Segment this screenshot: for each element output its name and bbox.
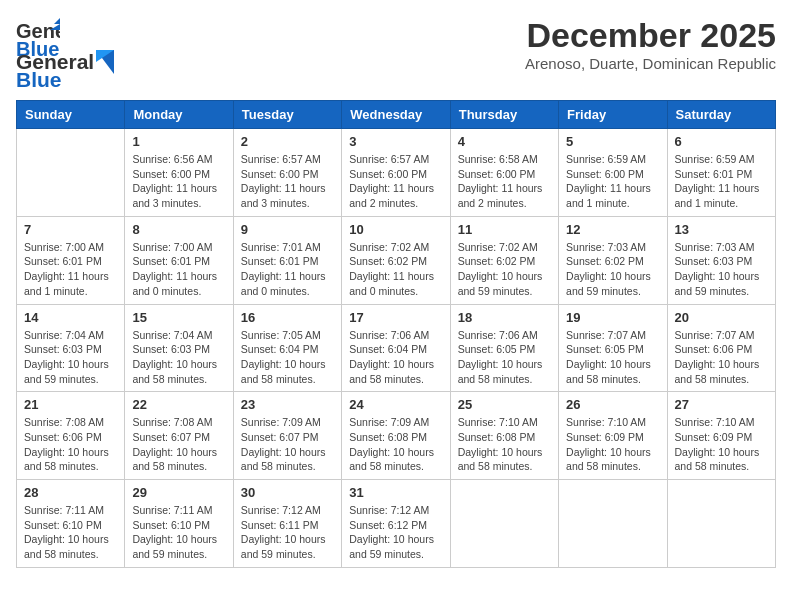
day-number: 22 bbox=[132, 397, 225, 412]
col-friday: Friday bbox=[559, 101, 667, 129]
day-number: 9 bbox=[241, 222, 334, 237]
col-thursday: Thursday bbox=[450, 101, 558, 129]
day-info: Sunrise: 7:10 AM Sunset: 6:09 PM Dayligh… bbox=[675, 415, 768, 474]
logo-blue: Blue bbox=[16, 68, 62, 92]
day-info: Sunrise: 6:57 AM Sunset: 6:00 PM Dayligh… bbox=[241, 152, 334, 211]
day-info: Sunrise: 7:11 AM Sunset: 6:10 PM Dayligh… bbox=[132, 503, 225, 562]
table-row: 23Sunrise: 7:09 AM Sunset: 6:07 PM Dayli… bbox=[233, 392, 341, 480]
table-row: 26Sunrise: 7:10 AM Sunset: 6:09 PM Dayli… bbox=[559, 392, 667, 480]
table-row: 1Sunrise: 6:56 AM Sunset: 6:00 PM Daylig… bbox=[125, 129, 233, 217]
calendar-table: Sunday Monday Tuesday Wednesday Thursday… bbox=[16, 100, 776, 568]
day-info: Sunrise: 7:07 AM Sunset: 6:06 PM Dayligh… bbox=[675, 328, 768, 387]
day-info: Sunrise: 7:09 AM Sunset: 6:08 PM Dayligh… bbox=[349, 415, 442, 474]
table-row: 6Sunrise: 6:59 AM Sunset: 6:01 PM Daylig… bbox=[667, 129, 775, 217]
day-info: Sunrise: 7:03 AM Sunset: 6:03 PM Dayligh… bbox=[675, 240, 768, 299]
col-wednesday: Wednesday bbox=[342, 101, 450, 129]
table-row: 14Sunrise: 7:04 AM Sunset: 6:03 PM Dayli… bbox=[17, 304, 125, 392]
day-number: 26 bbox=[566, 397, 659, 412]
table-row: 12Sunrise: 7:03 AM Sunset: 6:02 PM Dayli… bbox=[559, 216, 667, 304]
day-number: 13 bbox=[675, 222, 768, 237]
day-info: Sunrise: 7:12 AM Sunset: 6:11 PM Dayligh… bbox=[241, 503, 334, 562]
table-row bbox=[450, 480, 558, 568]
table-row bbox=[559, 480, 667, 568]
month-title: December 2025 bbox=[525, 16, 776, 55]
table-row: 3Sunrise: 6:57 AM Sunset: 6:00 PM Daylig… bbox=[342, 129, 450, 217]
table-row: 28Sunrise: 7:11 AM Sunset: 6:10 PM Dayli… bbox=[17, 480, 125, 568]
table-row: 22Sunrise: 7:08 AM Sunset: 6:07 PM Dayli… bbox=[125, 392, 233, 480]
table-row: 8Sunrise: 7:00 AM Sunset: 6:01 PM Daylig… bbox=[125, 216, 233, 304]
table-row: 9Sunrise: 7:01 AM Sunset: 6:01 PM Daylig… bbox=[233, 216, 341, 304]
day-info: Sunrise: 7:01 AM Sunset: 6:01 PM Dayligh… bbox=[241, 240, 334, 299]
table-row: 13Sunrise: 7:03 AM Sunset: 6:03 PM Dayli… bbox=[667, 216, 775, 304]
logo-triangle-icon bbox=[96, 50, 114, 74]
day-info: Sunrise: 6:56 AM Sunset: 6:00 PM Dayligh… bbox=[132, 152, 225, 211]
table-row: 16Sunrise: 7:05 AM Sunset: 6:04 PM Dayli… bbox=[233, 304, 341, 392]
calendar-week-row: 21Sunrise: 7:08 AM Sunset: 6:06 PM Dayli… bbox=[17, 392, 776, 480]
day-number: 12 bbox=[566, 222, 659, 237]
table-row: 7Sunrise: 7:00 AM Sunset: 6:01 PM Daylig… bbox=[17, 216, 125, 304]
day-number: 25 bbox=[458, 397, 551, 412]
table-row bbox=[17, 129, 125, 217]
day-number: 15 bbox=[132, 310, 225, 325]
day-number: 5 bbox=[566, 134, 659, 149]
day-number: 11 bbox=[458, 222, 551, 237]
day-info: Sunrise: 7:04 AM Sunset: 6:03 PM Dayligh… bbox=[24, 328, 117, 387]
table-row: 27Sunrise: 7:10 AM Sunset: 6:09 PM Dayli… bbox=[667, 392, 775, 480]
day-info: Sunrise: 7:06 AM Sunset: 6:05 PM Dayligh… bbox=[458, 328, 551, 387]
title-block: December 2025 Arenoso, Duarte, Dominican… bbox=[525, 16, 776, 72]
day-number: 6 bbox=[675, 134, 768, 149]
day-info: Sunrise: 7:06 AM Sunset: 6:04 PM Dayligh… bbox=[349, 328, 442, 387]
col-monday: Monday bbox=[125, 101, 233, 129]
day-info: Sunrise: 7:08 AM Sunset: 6:06 PM Dayligh… bbox=[24, 415, 117, 474]
day-info: Sunrise: 6:58 AM Sunset: 6:00 PM Dayligh… bbox=[458, 152, 551, 211]
day-number: 30 bbox=[241, 485, 334, 500]
table-row: 17Sunrise: 7:06 AM Sunset: 6:04 PM Dayli… bbox=[342, 304, 450, 392]
calendar-week-row: 14Sunrise: 7:04 AM Sunset: 6:03 PM Dayli… bbox=[17, 304, 776, 392]
table-row: 29Sunrise: 7:11 AM Sunset: 6:10 PM Dayli… bbox=[125, 480, 233, 568]
calendar-week-row: 1Sunrise: 6:56 AM Sunset: 6:00 PM Daylig… bbox=[17, 129, 776, 217]
day-info: Sunrise: 7:04 AM Sunset: 6:03 PM Dayligh… bbox=[132, 328, 225, 387]
day-info: Sunrise: 6:57 AM Sunset: 6:00 PM Dayligh… bbox=[349, 152, 442, 211]
table-row: 31Sunrise: 7:12 AM Sunset: 6:12 PM Dayli… bbox=[342, 480, 450, 568]
day-number: 18 bbox=[458, 310, 551, 325]
day-number: 4 bbox=[458, 134, 551, 149]
day-info: Sunrise: 7:12 AM Sunset: 6:12 PM Dayligh… bbox=[349, 503, 442, 562]
day-info: Sunrise: 7:03 AM Sunset: 6:02 PM Dayligh… bbox=[566, 240, 659, 299]
day-number: 21 bbox=[24, 397, 117, 412]
table-row: 15Sunrise: 7:04 AM Sunset: 6:03 PM Dayli… bbox=[125, 304, 233, 392]
day-number: 2 bbox=[241, 134, 334, 149]
day-number: 19 bbox=[566, 310, 659, 325]
day-number: 27 bbox=[675, 397, 768, 412]
table-row: 24Sunrise: 7:09 AM Sunset: 6:08 PM Dayli… bbox=[342, 392, 450, 480]
day-number: 23 bbox=[241, 397, 334, 412]
day-number: 14 bbox=[24, 310, 117, 325]
day-info: Sunrise: 7:11 AM Sunset: 6:10 PM Dayligh… bbox=[24, 503, 117, 562]
day-info: Sunrise: 7:10 AM Sunset: 6:09 PM Dayligh… bbox=[566, 415, 659, 474]
day-info: Sunrise: 7:00 AM Sunset: 6:01 PM Dayligh… bbox=[132, 240, 225, 299]
location-subtitle: Arenoso, Duarte, Dominican Republic bbox=[525, 55, 776, 72]
page-header: General Blue General Blue December 2025 … bbox=[16, 16, 776, 92]
calendar-week-row: 28Sunrise: 7:11 AM Sunset: 6:10 PM Dayli… bbox=[17, 480, 776, 568]
day-info: Sunrise: 6:59 AM Sunset: 6:01 PM Dayligh… bbox=[675, 152, 768, 211]
table-row: 4Sunrise: 6:58 AM Sunset: 6:00 PM Daylig… bbox=[450, 129, 558, 217]
table-row: 5Sunrise: 6:59 AM Sunset: 6:00 PM Daylig… bbox=[559, 129, 667, 217]
day-number: 10 bbox=[349, 222, 442, 237]
day-number: 20 bbox=[675, 310, 768, 325]
table-row: 21Sunrise: 7:08 AM Sunset: 6:06 PM Dayli… bbox=[17, 392, 125, 480]
day-number: 7 bbox=[24, 222, 117, 237]
table-row: 18Sunrise: 7:06 AM Sunset: 6:05 PM Dayli… bbox=[450, 304, 558, 392]
day-info: Sunrise: 6:59 AM Sunset: 6:00 PM Dayligh… bbox=[566, 152, 659, 211]
day-number: 29 bbox=[132, 485, 225, 500]
day-number: 3 bbox=[349, 134, 442, 149]
table-row: 11Sunrise: 7:02 AM Sunset: 6:02 PM Dayli… bbox=[450, 216, 558, 304]
table-row: 30Sunrise: 7:12 AM Sunset: 6:11 PM Dayli… bbox=[233, 480, 341, 568]
table-row: 20Sunrise: 7:07 AM Sunset: 6:06 PM Dayli… bbox=[667, 304, 775, 392]
table-row bbox=[667, 480, 775, 568]
table-row: 19Sunrise: 7:07 AM Sunset: 6:05 PM Dayli… bbox=[559, 304, 667, 392]
day-info: Sunrise: 7:02 AM Sunset: 6:02 PM Dayligh… bbox=[349, 240, 442, 299]
table-row: 25Sunrise: 7:10 AM Sunset: 6:08 PM Dayli… bbox=[450, 392, 558, 480]
day-number: 28 bbox=[24, 485, 117, 500]
day-info: Sunrise: 7:00 AM Sunset: 6:01 PM Dayligh… bbox=[24, 240, 117, 299]
day-number: 24 bbox=[349, 397, 442, 412]
calendar-week-row: 7Sunrise: 7:00 AM Sunset: 6:01 PM Daylig… bbox=[17, 216, 776, 304]
